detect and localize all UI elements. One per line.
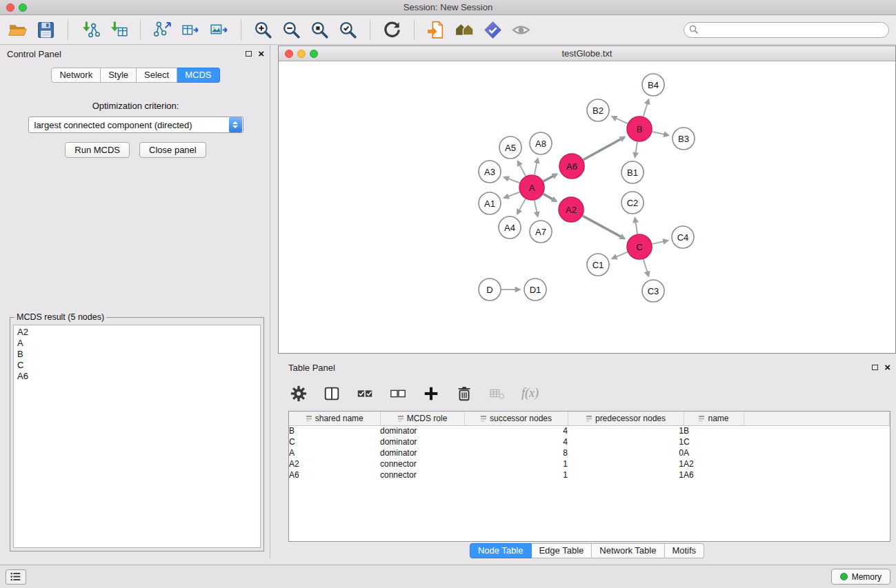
graph-node-B3[interactable]: B3 <box>673 128 695 150</box>
graph-edge-A6-B[interactable] <box>584 137 624 160</box>
select-all-rows-button[interactable] <box>355 384 375 403</box>
graph-edge-A-A1[interactable] <box>505 192 520 198</box>
zoom-out-button[interactable] <box>281 19 302 41</box>
column-header-mcds-role[interactable]: MCDS role <box>380 412 464 425</box>
table-cell[interactable]: 4 <box>464 436 568 447</box>
close-window-button[interactable] <box>6 3 14 12</box>
graph-node-B[interactable]: B <box>627 116 652 141</box>
graph-edge-A-A6[interactable] <box>544 174 557 181</box>
float-table-panel-button[interactable] <box>872 365 878 370</box>
export-network-button[interactable] <box>152 19 173 41</box>
mcds-result-list[interactable]: A2ABCA6 <box>13 325 261 548</box>
save-session-button[interactable] <box>35 19 57 41</box>
graph-edge-A-A4[interactable] <box>517 199 526 214</box>
graph-node-C4[interactable]: C4 <box>672 226 694 248</box>
tab-select[interactable]: Select <box>137 68 177 83</box>
column-header-predecessor-nodes[interactable]: predecessor nodes <box>568 412 684 425</box>
zoom-window-button[interactable] <box>19 3 27 12</box>
optimization-criterion-select[interactable]: largest connected component (directed) <box>28 116 243 133</box>
graph-node-A8[interactable]: A8 <box>530 132 552 154</box>
graph-edge-A-A2[interactable] <box>544 194 557 201</box>
graph-node-A4[interactable]: A4 <box>499 216 521 239</box>
graph-node-A[interactable]: A <box>519 175 544 200</box>
table-settings-button[interactable] <box>289 384 308 403</box>
graph-edge-A-A7[interactable] <box>535 201 538 216</box>
graph-node-A2[interactable]: A2 <box>559 197 584 222</box>
add-column-button[interactable] <box>421 384 441 403</box>
home-button[interactable] <box>454 19 475 41</box>
toggle-visibility-button[interactable] <box>510 19 532 41</box>
task-history-button[interactable] <box>6 569 26 585</box>
column-header-shared-name[interactable]: shared name <box>289 412 380 425</box>
table-cell[interactable]: B <box>289 425 380 436</box>
tab-edge-table[interactable]: Edge Table <box>531 543 592 558</box>
table-row[interactable]: A6connector11A6 <box>289 469 890 480</box>
mcds-result-item[interactable]: B <box>14 349 260 360</box>
refresh-view-button[interactable] <box>381 19 403 41</box>
table-cell[interactable]: 1 <box>464 469 568 480</box>
delete-table-button[interactable] <box>488 384 507 403</box>
run-mcds-button[interactable]: Run MCDS <box>65 142 130 158</box>
graph-edge-A-A5[interactable] <box>518 161 526 176</box>
table-cell[interactable]: connector <box>380 458 464 469</box>
graph-node-B4[interactable]: B4 <box>642 74 664 96</box>
graph-edge-B-B3[interactable] <box>653 132 668 135</box>
open-session-button[interactable] <box>7 19 28 41</box>
table-row[interactable]: A2connector11A2 <box>289 458 890 469</box>
import-network-from-file-button[interactable] <box>79 19 101 41</box>
graph-node-A1[interactable]: A1 <box>479 192 501 214</box>
mcds-result-item[interactable]: A2 <box>14 327 260 338</box>
table-cell[interactable]: 1 <box>568 436 684 447</box>
close-table-panel-button[interactable]: × <box>884 363 890 372</box>
table-cell[interactable]: A <box>289 447 380 458</box>
table-cell[interactable]: connector <box>380 469 464 480</box>
table-cell[interactable]: 0 <box>568 447 684 458</box>
table-cell[interactable]: 8 <box>464 447 568 458</box>
graph-edge-C-C1[interactable] <box>613 252 627 258</box>
tab-network[interactable]: Network <box>51 68 101 83</box>
zoom-selected-button[interactable] <box>337 19 359 41</box>
table-row[interactable]: Cdominator41C <box>289 436 890 447</box>
graph-node-A3[interactable]: A3 <box>479 161 501 183</box>
open-file-browser-button[interactable] <box>426 19 447 41</box>
delete-column-button[interactable] <box>455 384 474 403</box>
validate-button[interactable] <box>482 19 504 41</box>
graph-edge-C-C4[interactable] <box>653 241 668 244</box>
table-cell[interactable]: A <box>684 447 744 458</box>
graph-node-D[interactable]: D <box>479 278 501 301</box>
zoom-in-button[interactable] <box>252 19 274 41</box>
graph-node-B2[interactable]: B2 <box>587 99 609 121</box>
graph-node-B1[interactable]: B1 <box>621 161 644 183</box>
graph-node-C2[interactable]: C2 <box>621 192 644 214</box>
graph-edge-C-C2[interactable] <box>635 219 638 234</box>
graph-edge-B-B2[interactable] <box>613 116 628 123</box>
graph-edge-C-C3[interactable] <box>644 259 648 276</box>
graph-edge-B-B4[interactable] <box>644 100 648 116</box>
table-cell[interactable]: dominator <box>380 447 464 458</box>
graph-edge-B-B1[interactable] <box>635 142 637 157</box>
close-panel-button[interactable]: × <box>258 50 264 58</box>
table-cell[interactable]: A6 <box>684 469 744 480</box>
tab-network-table[interactable]: Network Table <box>592 543 664 558</box>
table-cell[interactable]: B <box>684 425 744 436</box>
table-row[interactable]: Adominator80A <box>289 447 890 458</box>
graph-node-C[interactable]: C <box>627 234 652 259</box>
table-cell[interactable]: 1 <box>568 425 684 436</box>
table-cell[interactable]: 1 <box>464 458 568 469</box>
function-builder-button[interactable]: f(x) <box>521 392 539 395</box>
export-table-button[interactable] <box>180 19 201 41</box>
export-image-button[interactable] <box>208 19 230 41</box>
tab-style[interactable]: Style <box>101 68 137 83</box>
table-cell[interactable]: 1 <box>568 469 684 480</box>
zoom-fit-button[interactable] <box>309 19 330 41</box>
table-cell[interactable]: C <box>684 436 744 447</box>
graph-node-D1[interactable]: D1 <box>524 278 546 301</box>
graph-edge-A-A3[interactable] <box>505 177 520 183</box>
column-header-name[interactable]: name <box>684 412 744 425</box>
table-cell[interactable]: dominator <box>380 436 464 447</box>
close-network-window-button[interactable] <box>285 50 293 58</box>
table-cell[interactable]: A6 <box>289 469 380 480</box>
graph-edge-A2-C[interactable] <box>583 216 624 239</box>
mcds-result-item[interactable]: A <box>14 338 260 349</box>
minimize-network-window-button[interactable] <box>297 50 306 58</box>
